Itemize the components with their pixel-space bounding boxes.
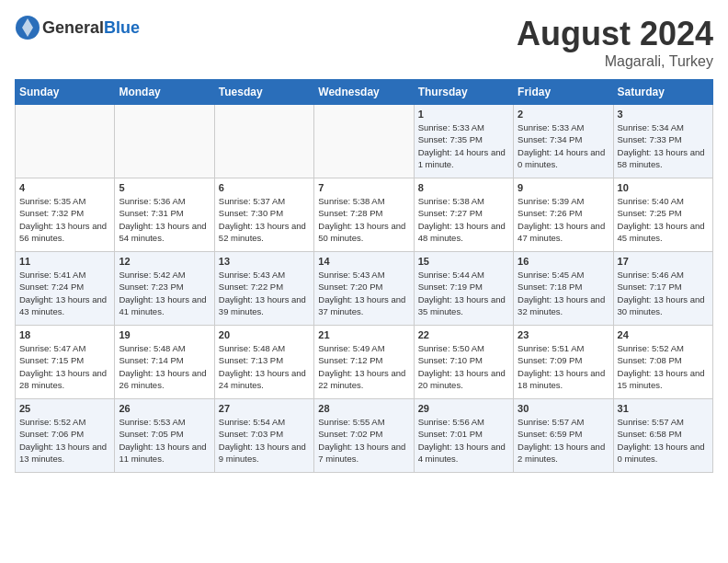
- day-cell: 20Sunrise: 5:48 AMSunset: 7:13 PMDayligh…: [214, 326, 313, 399]
- header-day-wednesday: Wednesday: [314, 80, 414, 105]
- week-row-4: 18Sunrise: 5:47 AMSunset: 7:15 PMDayligh…: [16, 326, 713, 399]
- day-number: 12: [119, 256, 210, 267]
- week-row-2: 4Sunrise: 5:35 AMSunset: 7:32 PMDaylight…: [16, 178, 713, 252]
- page-header: GeneralBlue August 2024 Magarali, Turkey: [15, 15, 713, 70]
- day-detail: Sunrise: 5:36 AMSunset: 7:31 PMDaylight:…: [119, 195, 210, 244]
- day-detail: Sunrise: 5:34 AMSunset: 7:33 PMDaylight:…: [618, 121, 709, 170]
- day-number: 29: [418, 403, 509, 414]
- week-row-3: 11Sunrise: 5:41 AMSunset: 7:24 PMDayligh…: [16, 252, 713, 326]
- day-number: 15: [418, 256, 509, 267]
- header-day-monday: Monday: [115, 80, 214, 105]
- day-number: 16: [518, 256, 609, 267]
- day-detail: Sunrise: 5:35 AMSunset: 7:32 PMDaylight:…: [19, 195, 110, 244]
- day-cell: 25Sunrise: 5:52 AMSunset: 7:06 PMDayligh…: [16, 399, 115, 473]
- logo-blue: Blue: [104, 18, 140, 37]
- day-number: 3: [618, 109, 709, 120]
- day-number: 6: [219, 182, 310, 193]
- logo-text: GeneralBlue: [42, 18, 140, 38]
- day-number: 28: [318, 403, 409, 414]
- day-detail: Sunrise: 5:51 AMSunset: 7:09 PMDaylight:…: [518, 342, 609, 391]
- day-number: 2: [518, 109, 609, 120]
- day-number: 30: [518, 403, 609, 414]
- week-row-5: 25Sunrise: 5:52 AMSunset: 7:06 PMDayligh…: [16, 399, 713, 473]
- day-cell: 26Sunrise: 5:53 AMSunset: 7:05 PMDayligh…: [115, 399, 214, 473]
- day-cell: 14Sunrise: 5:43 AMSunset: 7:20 PMDayligh…: [314, 252, 414, 326]
- day-number: 19: [119, 329, 210, 340]
- day-detail: Sunrise: 5:45 AMSunset: 7:18 PMDaylight:…: [518, 269, 609, 317]
- header-day-friday: Friday: [514, 80, 613, 105]
- day-number: 13: [219, 256, 310, 267]
- day-cell: 5Sunrise: 5:36 AMSunset: 7:31 PMDaylight…: [115, 178, 214, 252]
- day-number: 1: [418, 109, 509, 120]
- day-detail: Sunrise: 5:46 AMSunset: 7:17 PMDaylight:…: [618, 269, 709, 317]
- day-cell: 24Sunrise: 5:52 AMSunset: 7:08 PMDayligh…: [613, 326, 712, 399]
- day-cell: 21Sunrise: 5:49 AMSunset: 7:12 PMDayligh…: [314, 326, 414, 399]
- day-cell: 8Sunrise: 5:38 AMSunset: 7:27 PMDaylight…: [414, 178, 513, 252]
- header-day-tuesday: Tuesday: [214, 80, 313, 105]
- day-cell: 22Sunrise: 5:50 AMSunset: 7:10 PMDayligh…: [414, 326, 513, 399]
- day-detail: Sunrise: 5:50 AMSunset: 7:10 PMDaylight:…: [418, 342, 509, 391]
- day-detail: Sunrise: 5:52 AMSunset: 7:06 PMDaylight:…: [19, 416, 110, 465]
- day-number: 17: [618, 256, 709, 267]
- day-number: 10: [618, 182, 709, 193]
- day-detail: Sunrise: 5:40 AMSunset: 7:25 PMDaylight:…: [618, 195, 709, 244]
- day-number: 31: [618, 403, 709, 414]
- day-detail: Sunrise: 5:33 AMSunset: 7:35 PMDaylight:…: [418, 121, 509, 170]
- day-number: 24: [618, 329, 709, 340]
- day-cell: 13Sunrise: 5:43 AMSunset: 7:22 PMDayligh…: [214, 252, 313, 326]
- day-cell: 31Sunrise: 5:57 AMSunset: 6:58 PMDayligh…: [613, 399, 712, 473]
- location: Magarali, Turkey: [517, 53, 713, 70]
- day-cell: 28Sunrise: 5:55 AMSunset: 7:02 PMDayligh…: [314, 399, 414, 473]
- day-detail: Sunrise: 5:38 AMSunset: 7:27 PMDaylight:…: [418, 195, 509, 244]
- day-number: 7: [318, 182, 409, 193]
- logo-general: General: [42, 18, 104, 37]
- day-number: 9: [518, 182, 609, 193]
- day-detail: Sunrise: 5:56 AMSunset: 7:01 PMDaylight:…: [418, 416, 509, 465]
- day-detail: Sunrise: 5:47 AMSunset: 7:15 PMDaylight:…: [19, 342, 110, 391]
- day-cell: 4Sunrise: 5:35 AMSunset: 7:32 PMDaylight…: [16, 178, 115, 252]
- day-detail: Sunrise: 5:49 AMSunset: 7:12 PMDaylight:…: [318, 342, 409, 391]
- day-number: 25: [19, 403, 110, 414]
- day-number: 22: [418, 329, 509, 340]
- day-detail: Sunrise: 5:42 AMSunset: 7:23 PMDaylight:…: [119, 269, 210, 317]
- day-number: 11: [19, 256, 110, 267]
- day-cell: [314, 105, 414, 178]
- day-number: 14: [318, 256, 409, 267]
- header-day-sunday: Sunday: [16, 80, 115, 105]
- logo-icon: [15, 15, 40, 40]
- day-cell: [16, 105, 115, 178]
- day-cell: 16Sunrise: 5:45 AMSunset: 7:18 PMDayligh…: [514, 252, 613, 326]
- day-cell: 18Sunrise: 5:47 AMSunset: 7:15 PMDayligh…: [16, 326, 115, 399]
- day-detail: Sunrise: 5:55 AMSunset: 7:02 PMDaylight:…: [318, 416, 409, 465]
- day-detail: Sunrise: 5:48 AMSunset: 7:14 PMDaylight:…: [119, 342, 210, 391]
- day-detail: Sunrise: 5:43 AMSunset: 7:22 PMDaylight:…: [219, 269, 310, 317]
- day-cell: 29Sunrise: 5:56 AMSunset: 7:01 PMDayligh…: [414, 399, 513, 473]
- month-year: August 2024: [517, 15, 713, 53]
- day-cell: 9Sunrise: 5:39 AMSunset: 7:26 PMDaylight…: [514, 178, 613, 252]
- day-cell: 3Sunrise: 5:34 AMSunset: 7:33 PMDaylight…: [613, 105, 712, 178]
- day-detail: Sunrise: 5:33 AMSunset: 7:34 PMDaylight:…: [518, 121, 609, 170]
- day-cell: [214, 105, 313, 178]
- day-cell: 12Sunrise: 5:42 AMSunset: 7:23 PMDayligh…: [115, 252, 214, 326]
- day-cell: [115, 105, 214, 178]
- day-number: 20: [219, 329, 310, 340]
- day-cell: 30Sunrise: 5:57 AMSunset: 6:59 PMDayligh…: [514, 399, 613, 473]
- day-detail: Sunrise: 5:48 AMSunset: 7:13 PMDaylight:…: [219, 342, 310, 391]
- day-cell: 7Sunrise: 5:38 AMSunset: 7:28 PMDaylight…: [314, 178, 414, 252]
- day-detail: Sunrise: 5:41 AMSunset: 7:24 PMDaylight:…: [19, 269, 110, 317]
- day-cell: 17Sunrise: 5:46 AMSunset: 7:17 PMDayligh…: [613, 252, 712, 326]
- day-number: 4: [19, 182, 110, 193]
- day-cell: 19Sunrise: 5:48 AMSunset: 7:14 PMDayligh…: [115, 326, 214, 399]
- day-number: 27: [219, 403, 310, 414]
- day-detail: Sunrise: 5:44 AMSunset: 7:19 PMDaylight:…: [418, 269, 509, 317]
- day-detail: Sunrise: 5:57 AMSunset: 6:59 PMDaylight:…: [518, 416, 609, 465]
- calendar-table: SundayMondayTuesdayWednesdayThursdayFrid…: [15, 79, 713, 473]
- day-detail: Sunrise: 5:53 AMSunset: 7:05 PMDaylight:…: [119, 416, 210, 465]
- day-detail: Sunrise: 5:52 AMSunset: 7:08 PMDaylight:…: [618, 342, 709, 391]
- title-block: August 2024 Magarali, Turkey: [517, 15, 713, 70]
- day-detail: Sunrise: 5:54 AMSunset: 7:03 PMDaylight:…: [219, 416, 310, 465]
- day-number: 23: [518, 329, 609, 340]
- logo: GeneralBlue: [15, 15, 140, 40]
- header-row: SundayMondayTuesdayWednesdayThursdayFrid…: [16, 80, 713, 105]
- day-detail: Sunrise: 5:37 AMSunset: 7:30 PMDaylight:…: [219, 195, 310, 244]
